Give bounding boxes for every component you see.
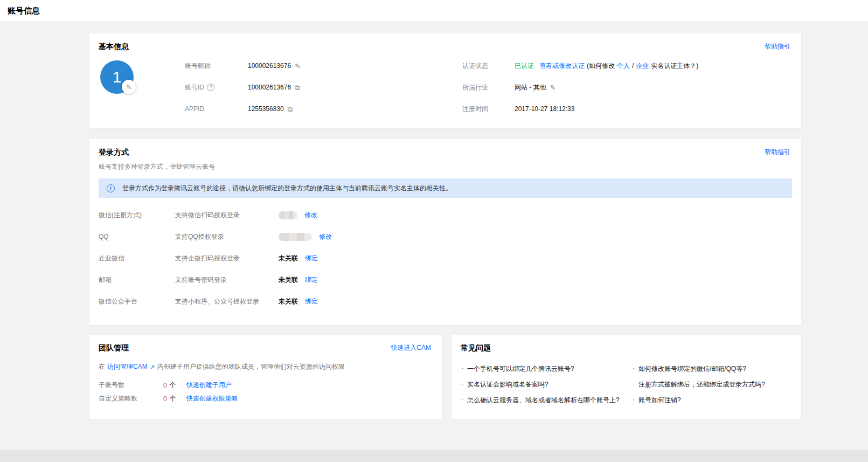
login-row-wecom: 企业微信 支持企微扫码授权登录 未关联 绑定 xyxy=(99,247,792,269)
copy-icon[interactable]: ⧉ xyxy=(295,84,300,91)
login-info-banner: i 登录方式作为登录腾讯云账号的途径，请确认您所绑定的登录方式的使用主体与当前腾… xyxy=(99,178,792,198)
login-method-desc: 支持企微扫码授权登录 xyxy=(175,254,279,263)
auth-personal-link[interactable]: 个人 xyxy=(617,61,630,71)
bind-status: 未关联 xyxy=(279,297,298,306)
nickname-row: 账号昵称 100002613676 ✎ xyxy=(185,55,462,77)
sub-account-row: 子账号数 0 个 快速创建子用户 xyxy=(99,378,433,392)
team-stats: 子账号数 0 个 快速创建子用户 自定义策略数 0 个 快速创建权限策略 xyxy=(89,371,442,405)
faq-item[interactable]: · 注册方式被解绑后，还能绑定成登录方式吗? xyxy=(633,380,765,396)
auth-note-prefix: (如何修改 xyxy=(587,61,615,71)
nickname-label: 账号昵称 xyxy=(185,61,248,71)
login-rows: 微信(注册方式) 支持微信扫码授权登录 修改 QQ 支持QQ授权登录 修改 企业… xyxy=(89,198,801,312)
faq-item[interactable]: · 如何修改账号绑定的微信/邮箱/QQ等? xyxy=(633,364,765,380)
team-title: 团队管理 xyxy=(99,343,129,353)
modify-link[interactable]: 修改 xyxy=(304,211,317,220)
bind-link[interactable]: 绑定 xyxy=(305,275,318,285)
industry-row: 所属行业 网站 - 其他 ✎ xyxy=(462,77,698,98)
login-methods-title: 登录方式 xyxy=(99,148,129,157)
team-management-card: 团队管理 快速进入CAM 在访问管理CAM ↗ 内创建子用户提供给您的团队成员，… xyxy=(89,335,442,419)
faq-question: 怎么确认云服务器、域名或者域名解析在哪个账号上? xyxy=(467,396,620,405)
login-methods-subtitle: 账号支持多种登录方式，便捷管理云账号 xyxy=(89,162,801,171)
masked-account-value xyxy=(279,211,297,219)
help-circle-icon[interactable]: ? xyxy=(207,84,214,91)
bind-link[interactable]: 绑定 xyxy=(305,254,318,263)
copy-icon[interactable]: ⧉ xyxy=(288,106,293,113)
industry-label: 所属行业 xyxy=(462,83,515,92)
custom-policy-count: 0 xyxy=(163,395,167,403)
login-row-wechat: 微信(注册方式) 支持微信扫码授权登录 修改 xyxy=(99,204,792,226)
login-method-name: 微信公众平台 xyxy=(99,297,175,306)
content-area: 基本信息 帮助指引 1 ✎ 账号昵称 100002613676 ✎ xyxy=(89,33,801,419)
team-desc: 在访问管理CAM ↗ 内创建子用户提供给您的团队成员，管理他们对云资源的访问权限 xyxy=(89,362,442,371)
cam-console-link[interactable]: 访问管理CAM xyxy=(107,362,148,371)
team-desc-prefix: 在 xyxy=(99,362,105,371)
login-info-banner-text: 登录方式作为登录腾讯云账号的途径，请确认您所绑定的登录方式的使用主体与当前腾讯云… xyxy=(122,184,452,193)
reg-time-value: 2017-10-27 18:12:33 xyxy=(515,105,574,113)
basic-info-help-link[interactable]: 帮助指引 xyxy=(765,42,790,51)
auth-enterprise-link[interactable]: 企业 xyxy=(636,61,649,71)
info-icon: i xyxy=(107,184,115,192)
faq-question: 账号如何注销? xyxy=(638,396,681,405)
faq-item[interactable]: · 账号如何注销? xyxy=(633,396,765,411)
account-id-row: 账号ID ? 100002613676 ⧉ xyxy=(185,77,462,98)
login-method-name: QQ xyxy=(99,233,175,240)
login-row-wechat-official: 微信公众平台 支持小程序、公众号授权登录 未关联 绑定 xyxy=(99,291,792,312)
avatar-wrap: 1 ✎ xyxy=(100,55,185,120)
login-method-name: 邮箱 xyxy=(99,275,175,285)
basic-fields-right: 认证状态 已认证 查看或修改认证 (如何修改个人/企业实名认证主体？) 所属行业… xyxy=(462,55,698,120)
faq-item[interactable]: · 一个手机号可以绑定几个腾讯云账号? xyxy=(461,364,633,380)
sub-account-unit: 个 xyxy=(170,381,176,390)
enter-cam-link[interactable]: 快速进入CAM xyxy=(391,343,431,353)
bullet-icon: · xyxy=(461,364,463,372)
edit-icon[interactable]: ✎ xyxy=(550,84,556,91)
login-row-qq: QQ 支持QQ授权登录 修改 xyxy=(99,226,792,247)
auth-status-label: 认证状态 xyxy=(462,61,515,71)
edit-icon[interactable]: ✎ xyxy=(295,63,301,70)
login-row-email: 邮箱 支持账号密码登录 未关联 绑定 xyxy=(99,269,792,291)
appid-label: APPID xyxy=(185,105,248,113)
industry-value: 网站 - 其他 xyxy=(515,83,546,92)
login-methods-help-link[interactable]: 帮助指引 xyxy=(765,148,790,157)
external-link-icon[interactable]: ↗ xyxy=(150,363,155,371)
login-method-desc: 支持小程序、公众号授权登录 xyxy=(175,297,279,306)
faq-item[interactable]: · 怎么确认云服务器、域名或者域名解析在哪个账号上? xyxy=(461,396,633,411)
basic-info-card: 基本信息 帮助指引 1 ✎ 账号昵称 100002613676 ✎ xyxy=(89,33,801,128)
create-sub-user-link[interactable]: 快速创建子用户 xyxy=(186,381,232,390)
appid-row: APPID 1255356830 ⧉ xyxy=(185,98,462,120)
bind-status: 未关联 xyxy=(279,254,298,263)
faq-item[interactable]: · 实名认证会影响域名备案吗? xyxy=(461,380,633,396)
auth-slash: / xyxy=(632,62,634,70)
edit-icon: ✎ xyxy=(126,84,132,91)
custom-policy-unit: 个 xyxy=(170,394,176,403)
reg-time-label: 注册时间 xyxy=(462,105,515,114)
create-policy-link[interactable]: 快速创建权限策略 xyxy=(186,394,238,403)
login-method-name: 企业微信 xyxy=(99,254,175,263)
account-id-value: 100002613676 xyxy=(248,84,291,91)
avatar-edit-button[interactable]: ✎ xyxy=(122,80,136,94)
custom-policy-label: 自定义策略数 xyxy=(99,394,163,403)
login-method-name: 微信(注册方式) xyxy=(99,211,175,220)
bullet-icon: · xyxy=(461,396,463,403)
bullet-icon: · xyxy=(633,380,635,388)
modify-link[interactable]: 修改 xyxy=(319,232,332,242)
reg-time-row: 注册时间 2017-10-27 18:12:33 xyxy=(462,98,698,120)
page-title: 账号信息 xyxy=(8,6,40,16)
team-desc-suffix: 内创建子用户提供给您的团队成员，管理他们对云资源的访问权限 xyxy=(157,362,345,371)
auth-note-suffix: 实名认证主体？) xyxy=(651,61,698,71)
bind-link[interactable]: 绑定 xyxy=(305,297,318,306)
auth-modify-link[interactable]: 查看或修改认证 xyxy=(539,61,585,71)
sub-account-count: 0 xyxy=(163,382,167,389)
bullet-icon: · xyxy=(633,396,635,403)
auth-status-row: 认证状态 已认证 查看或修改认证 (如何修改个人/企业实名认证主体？) xyxy=(462,55,698,77)
account-id-label: 账号ID xyxy=(185,83,204,92)
bullet-icon: · xyxy=(633,364,635,372)
faq-question: 如何修改账号绑定的微信/邮箱/QQ等? xyxy=(638,364,746,374)
login-method-desc: 支持QQ授权登录 xyxy=(175,232,279,242)
login-methods-card: 登录方式 帮助指引 账号支持多种登录方式，便捷管理云账号 i 登录方式作为登录腾… xyxy=(89,139,801,325)
faq-question: 实名认证会影响域名备案吗? xyxy=(467,380,548,389)
login-method-desc: 支持账号密码登录 xyxy=(175,275,279,285)
masked-account-value xyxy=(279,233,312,241)
basic-info-title: 基本信息 xyxy=(99,42,129,52)
basic-fields-left: 账号昵称 100002613676 ✎ 账号ID ? 100002613676 … xyxy=(185,55,462,120)
login-method-desc: 支持微信扫码授权登录 xyxy=(175,211,279,220)
